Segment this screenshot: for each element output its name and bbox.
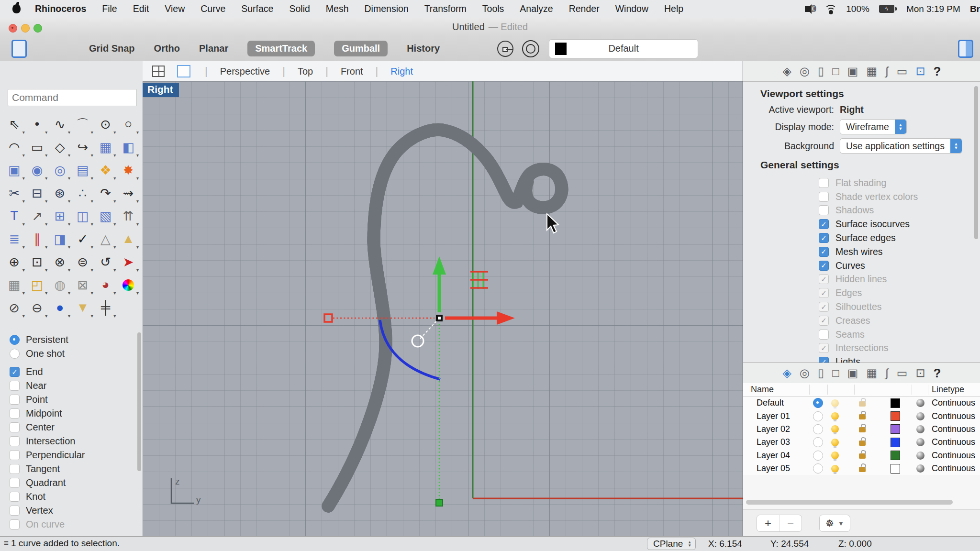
add-layer-button[interactable]: + [757,515,779,531]
current-layer-radio[interactable] [813,463,823,474]
zoom-selected-icon[interactable]: ⊜ [71,253,94,271]
toolbar-ortho-button[interactable]: Ortho [154,41,180,56]
shadows-checkbox[interactable] [819,205,829,215]
mesh-wires-checkbox[interactable]: ✓ [819,247,829,257]
osnap-intersection-checkbox[interactable] [10,436,20,446]
layers-panel-icon[interactable]: ◈ [783,367,791,379]
menu-clock[interactable]: Mon 3:19 PM [906,4,960,14]
set-direction-icon[interactable]: ⇈ [117,207,140,225]
notes-icon[interactable]: ▯ [818,367,824,379]
layer-on-bulb-icon[interactable] [831,412,839,420]
menu-render[interactable]: Render [569,3,600,14]
select-subobjects-icon[interactable]: ◰ [26,276,49,294]
surface-edges-checkbox[interactable]: ✓ [819,233,829,243]
trim-icon[interactable]: ✂ [3,184,26,202]
menu-tools[interactable]: Tools [482,3,504,14]
array-icon[interactable]: ⊞ [48,207,71,225]
tube-surface[interactable] [328,130,562,506]
commands-icon[interactable]: ∫ [885,367,889,379]
osnap-quadrant-checkbox[interactable] [10,478,20,488]
viewport-title-badge[interactable]: Right [143,83,179,97]
four-viewports-icon[interactable] [152,66,165,77]
split-icon[interactable]: ⊟ [26,184,49,202]
current-layer-radio[interactable] [813,451,823,461]
surface-patch-icon[interactable]: ◧ [117,138,140,156]
display-icon[interactable]: ⊡ [915,367,925,379]
layer-on-bulb-icon[interactable] [831,399,839,407]
rectangle-icon[interactable]: ▭ [26,138,49,156]
lightbulb-icon[interactable]: ◍ [48,276,71,294]
layer-on-bulb-icon[interactable] [831,465,839,473]
layer-material-icon[interactable] [916,452,924,460]
curve-icon[interactable]: ⌒ [71,115,94,133]
toolbar-history-button[interactable]: History [407,41,440,56]
gumball-y-scale-handle[interactable] [436,499,443,506]
osnap-on-curve-checkbox[interactable] [10,519,20,529]
layer-lock-icon[interactable] [859,441,866,446]
layer-material-icon[interactable] [916,438,924,446]
display-icon[interactable]: ⊡ [915,66,925,77]
layer-row-layer-05[interactable]: Layer 05Continuous [743,462,980,475]
toolbar-planar-button[interactable]: Planar [199,41,228,56]
close-button[interactable] [9,24,17,33]
panel-scrollbar[interactable] [974,86,978,239]
drive-icon[interactable]: ➤ [117,253,140,271]
toolbar-grid-snap-button[interactable]: Grid Snap [89,41,135,56]
menu-edit[interactable]: Edit [133,3,149,14]
cplane-icon[interactable]: ▦ [3,276,26,294]
creases-checkbox[interactable]: ✓ [819,316,829,326]
osnap-tangent-checkbox[interactable] [10,464,20,474]
properties-icon[interactable]: ◎ [800,66,810,77]
background-dropdown[interactable]: Use application settings ▲▼ [840,138,962,154]
display-mode-dropdown[interactable]: Wireframe ▲▼ [840,119,907,134]
layers-hscrollbar[interactable] [746,500,953,505]
layer-material-icon[interactable] [916,425,924,433]
osnap-persistent-radio[interactable] [10,335,20,345]
sphere-wire-icon[interactable]: ⊘ [3,298,26,317]
concentric-circles-icon[interactable] [522,40,539,57]
edges-checkbox[interactable]: ✓ [819,288,829,298]
layer-material-icon[interactable] [916,412,924,420]
silhouettes-checkbox[interactable]: ✓ [819,302,829,312]
torus-icon[interactable]: ◎ [48,161,71,179]
osnap-end-checkbox[interactable]: ✓ [10,367,20,377]
layer-settings-button[interactable]: ☸ ▼ [819,515,850,532]
layer-color-swatch[interactable] [891,438,900,447]
tab-front[interactable]: Front [341,66,363,77]
zoom-button[interactable] [33,24,42,33]
ellipse-icon[interactable]: ○ [117,115,140,133]
palette-scrollbar[interactable] [137,332,141,471]
scale-icon[interactable]: ↗ [26,207,49,225]
commands-icon[interactable]: ∫ [885,66,889,77]
menu-view[interactable]: View [165,3,185,14]
layer-color-swatch[interactable] [891,424,900,434]
osnap-center-checkbox[interactable] [10,422,20,432]
remove-layer-button[interactable]: − [779,515,802,531]
layer-material-icon[interactable] [916,399,924,407]
undo-view-icon[interactable]: ↺ [94,253,117,271]
arc-icon[interactable]: ◠ [3,138,26,156]
point-cloud-icon[interactable]: ∴ [71,184,94,202]
zoom-icon[interactable]: ⊕ [3,253,26,271]
tab-right[interactable]: Right [390,66,413,77]
minimize-button[interactable] [21,24,30,33]
osnap-point-checkbox[interactable] [10,395,20,405]
layer-material-icon[interactable] [916,464,924,473]
menu-transform[interactable]: Transform [424,3,467,14]
lights-checkbox[interactable]: ✓ [819,357,829,363]
check-objects-icon[interactable]: ✓ [71,230,94,248]
osnap-perpendicular-checkbox[interactable] [10,450,20,460]
history-list-icon[interactable]: ≡ [4,539,8,548]
point-icon[interactable]: • [26,115,49,133]
surface-from-points-icon[interactable]: ▦ [94,138,117,156]
wifi-icon[interactable] [825,5,836,13]
help-icon[interactable]: ? [934,65,941,77]
grid-options-icon[interactable]: ▦ [866,66,877,77]
volume-icon[interactable] [805,6,810,12]
layer-color-swatch[interactable] [891,411,900,421]
shade-vertex-colors-checkbox[interactable] [819,192,829,202]
layer-lock-icon[interactable] [859,453,866,459]
menu-surface[interactable]: Surface [241,3,273,14]
layer-color-swatch[interactable] [891,451,900,460]
layer-row-layer-04[interactable]: Layer 04Continuous [743,449,980,462]
